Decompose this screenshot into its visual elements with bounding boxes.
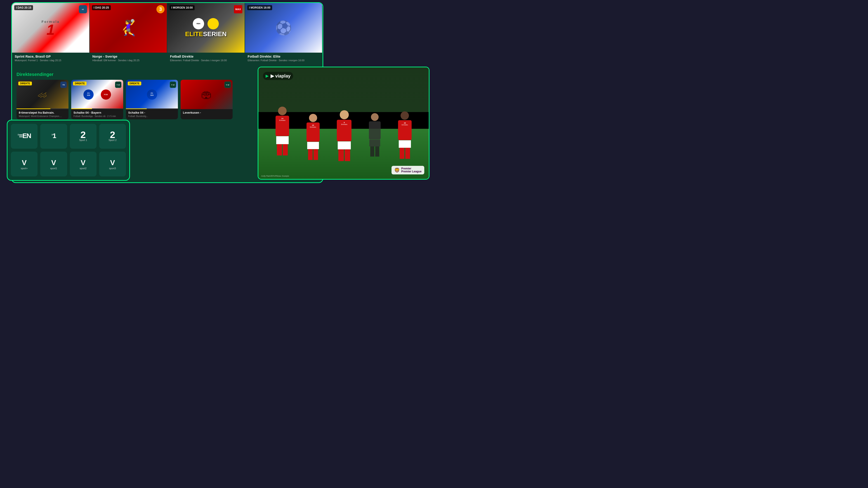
channel-tile-vsport3[interactable]: V sport3 (99, 152, 126, 176)
en-logo: ≡≡EN (18, 132, 31, 139)
schalke2-badge: FCS04 (147, 90, 157, 100)
live-card-bahrain[interactable]: 🏎 DIREKTE ≡N 8-timersløpet fra Bahrain. … (17, 80, 68, 119)
f1-time-badge: I DAG 20:15 (14, 5, 33, 10)
schalke2-progress-bar (126, 108, 178, 109)
player1-shorts (276, 136, 289, 144)
handball-channel-badge: 3 (156, 5, 164, 13)
channel-tile-sport2[interactable]: 2 Sport 2 (99, 124, 126, 149)
player2-number: 35 (307, 123, 320, 126)
schalke-channel-icon: V s2 (115, 82, 121, 88)
bayern-short: FCB (104, 94, 107, 96)
viaplay-logo-overlay: ▶ ▶ viaplay (263, 72, 293, 80)
f1-logo: Formula 1 (41, 20, 60, 36)
live-card-schalke-bayern[interactable]: FCS04 vs FCB DIREKTE V s2 (71, 80, 123, 119)
leverkusen-card-info: Leverkusen - (181, 109, 232, 117)
vsport1-name: sport1 (50, 167, 57, 170)
live-thumb-schalke2: FCS04 DIREKTE V s2 (126, 80, 178, 109)
e1-text: 1 (53, 132, 56, 139)
pl-lion-icon: 🦁 (394, 167, 400, 173)
league-text: Premier League (401, 170, 422, 173)
player3-head (340, 110, 349, 119)
player-1: 14 Emirates (276, 107, 289, 156)
schalke-progress-fill (71, 108, 92, 109)
premier-text: Premier (401, 167, 422, 170)
leverkusen-card-title: Leverkusen - (183, 111, 230, 114)
schalke-channel-text: V s2 (117, 84, 120, 86)
football2-content: ⚽ (275, 3, 292, 53)
player1-torso: 14 Emirates (276, 116, 289, 136)
channel-tile-vsport-plus[interactable]: V sport+ (11, 152, 37, 176)
bayern-badge: FCB (101, 90, 111, 100)
team1-badge: RBK (193, 18, 204, 29)
player4-leg-r (405, 148, 410, 159)
player3-shorts (338, 141, 351, 149)
vsport3-logo: V (110, 159, 115, 167)
program-card-fotball1[interactable]: RBK ELITESERIEN I MORGEN 16:00 MAX Fotba… (167, 3, 245, 68)
referee-shorts (369, 140, 380, 147)
vs-text: vs (95, 93, 99, 96)
program-card-f1[interactable]: Formula 1 I DAG 20:15 s1 Sprint Race, Br… (12, 3, 90, 68)
handball-program-info: Norge - Sverige Håndball: EM kvinner · S… (90, 53, 167, 64)
player-vs: RBK (193, 18, 219, 29)
bahrain-card-title: 8-timersløpet fra Bahrain. (19, 111, 66, 114)
player-3: 8 Emirates (337, 110, 351, 161)
f1-program-title: Sprint Race, Brasil GP (15, 55, 87, 58)
player2-legs (308, 149, 318, 160)
referee-leg-r (375, 147, 379, 157)
schalke2-channel-text: V s2 (171, 84, 175, 86)
program-thumbnail-handball: 🤾‍♀️ I DAG 20:25 3 (90, 3, 167, 53)
fotball1-time-badge: I MORGEN 16:00 (169, 5, 195, 10)
schalke2-match: FCS04 (147, 90, 157, 100)
channel-grid-window: ≡≡EN ≡1 2 Sport 1 2 Sport 2 V sport+ V s… (7, 120, 130, 181)
en-star-icon: ≡ (18, 133, 19, 136)
program-thumbnail-fotball2: ⚽ I MORGEN 16:00 (245, 3, 322, 53)
schalke2-card-subtitle: Fotball: Bundeslig... (128, 115, 176, 118)
player2-head (309, 114, 317, 122)
schalke-short: FCS04 (87, 92, 90, 96)
bahrain-channel-text: ≡N (62, 84, 65, 86)
max-label: MAX (235, 8, 241, 11)
program-card-handball[interactable]: 🤾‍♀️ I DAG 20:25 3 Norge - Sverige Håndb… (90, 3, 167, 68)
vsport3-name: sport3 (109, 167, 116, 170)
sport2-tile-content: 2 Sport 2 (108, 131, 116, 141)
live-card-leverkusen[interactable]: 🏟 V s2 Leverkusen - (181, 80, 232, 119)
channel-tile-en[interactable]: ≡≡EN (11, 124, 37, 149)
live-card-schalke2[interactable]: FCS04 DIREKTE V s2 Schalke 04 - Fotball:… (126, 80, 178, 119)
fotball1-program-info: Fotball Direkte Eliteserien: Fotball Dir… (167, 53, 245, 64)
schalke-bayern-match: FCS04 vs FCB (84, 90, 111, 100)
f1-channel-badge: s1 (79, 5, 87, 13)
live-thumb-bahrain: 🏎 DIREKTE ≡N (17, 80, 68, 109)
pl-text: Premier Premier League (401, 167, 422, 173)
viaplay-player-window[interactable]: 14 Emirates 35 Emirates (258, 67, 430, 180)
vsport-plus-logo: V (22, 159, 26, 167)
player4-leg-l (400, 148, 404, 159)
channel-tile-e1[interactable]: ≡1 (40, 124, 67, 149)
program-card-fotball2[interactable]: ⚽ I MORGEN 16:00 Fotball Direkte: Elite … (245, 3, 323, 68)
programs-row: Formula 1 I DAG 20:15 s1 Sprint Race, Br… (12, 3, 322, 68)
player-4: 49 Emirates (398, 111, 412, 159)
player1-leg-l (277, 144, 282, 156)
sport1-channel-name: Sport 1 (79, 139, 87, 141)
viaplay-channel-name: ▶ viaplay (271, 73, 290, 78)
player4-torso: 49 Emirates (398, 120, 412, 140)
vsport2-name: sport2 (80, 167, 87, 170)
live-thumb-leverkusen: 🏟 V s2 (181, 80, 232, 109)
arsenal-scene: 14 Emirates 35 Emirates (258, 67, 429, 179)
f1-program-info: Sprint Race, Brasil GP Motorsport: Forme… (12, 53, 89, 64)
player4-sponsor: Emirates (398, 124, 412, 126)
en-text: ≡EN (19, 132, 31, 139)
stadium-icon: 🏟 (201, 88, 212, 101)
channel-tile-vsport1[interactable]: V sport1 (40, 152, 67, 176)
channel-tile-vsport2[interactable]: V sport2 (70, 152, 96, 176)
player3-legs (338, 149, 350, 161)
premier-league-badge: 🦁 Premier Premier League (392, 166, 424, 174)
photo-credit: Andy Rain/EPA/Ritzau Scanpix (261, 175, 289, 177)
player4-shorts (399, 140, 411, 148)
f1-car-icon: 🏎 (38, 90, 47, 100)
vsport1-logo: V (51, 159, 56, 167)
handball-program-title: Norge - Sverige (92, 55, 164, 58)
schalke-card-subtitle: Fotball: Bundesliga · Sendes nå · 2 t 5 … (73, 115, 121, 118)
sport1-tile-content: 2 Sport 1 (79, 131, 87, 141)
channel-tile-sport1[interactable]: 2 Sport 1 (70, 124, 96, 149)
football2-icon: ⚽ (275, 20, 292, 36)
